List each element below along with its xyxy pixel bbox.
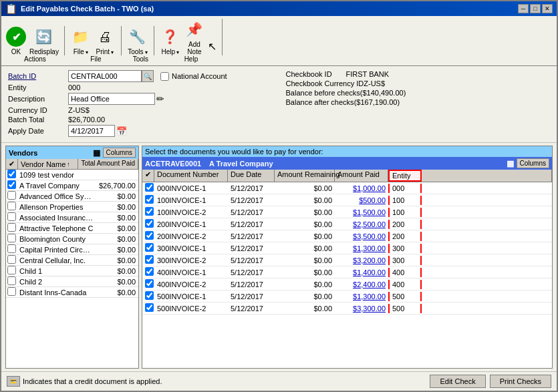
doc-list-item[interactable]: 500INVOICE-2 5/12/2017 $0.00 $3,300.00 5…: [142, 303, 552, 315]
add-note-button[interactable]: 📌 AddNote: [184, 19, 205, 55]
checkbook-id-value: FIRST BANK: [346, 70, 413, 78]
doc-panel-header-text: Select the documents you would like to p…: [145, 148, 323, 156]
amt-paid-cell[interactable]: $3,300.00: [335, 304, 388, 313]
vendor-list-item[interactable]: A Travel Company $26,700.00: [6, 180, 138, 191]
vendor-name-cell: Attractive Telephone C: [18, 224, 95, 233]
doc-list-item[interactable]: 100INVOICE-1 5/12/2017 $0.00 $500.00 100: [142, 194, 552, 206]
apply-date-label: Apply Date: [8, 127, 68, 135]
apply-date-input[interactable]: [68, 125, 115, 137]
vendor-checkbox[interactable]: [6, 202, 18, 212]
vendor-checkbox[interactable]: [6, 287, 18, 297]
vendor-list-item[interactable]: 1099 test vendor: [6, 170, 138, 180]
amt-paid-cell[interactable]: $1,500.00: [335, 208, 388, 217]
vendor-list-item[interactable]: Attractive Telephone C $0.00: [6, 223, 138, 234]
vendor-name-cell: Child 2: [18, 277, 95, 286]
redisplay-button[interactable]: 🔄 Redisplay: [29, 26, 59, 55]
vendor-checkbox[interactable]: [6, 266, 18, 276]
entity-cell: 300: [388, 244, 422, 253]
doc-checkbox[interactable]: [142, 266, 154, 278]
doc-list-item[interactable]: 300INVOICE-1 5/12/2017 $0.00 $1,300.00 3…: [142, 242, 552, 254]
currency-id-label: Currency ID: [8, 106, 68, 114]
vendor-name-cell: Child 1: [18, 266, 95, 276]
print-button[interactable]: 🖨 Print: [94, 26, 116, 55]
doc-checkbox[interactable]: [142, 303, 154, 314]
doc-list-item[interactable]: 000INVOICE-1 5/12/2017 $0.00 $1,000.00 0…: [142, 182, 552, 194]
toolbar: ✔ OK 🔄 Redisplay Actions 📁 File 🖨 Print: [1, 16, 557, 66]
print-checks-button[interactable]: Print Checks: [490, 375, 551, 388]
vendor-checkbox[interactable]: [6, 191, 18, 201]
vendor-amount-cell: $0.00: [95, 224, 138, 233]
vendor-panel-title: Vendors: [9, 149, 37, 157]
vendor-columns-button[interactable]: Columns: [103, 148, 136, 158]
ok-button[interactable]: ✔ OK: [5, 26, 27, 55]
doc-list-item[interactable]: 100INVOICE-2 5/12/2017 $0.00 $1,500.00 1…: [142, 206, 552, 218]
amt-paid-cell[interactable]: $1,400.00: [335, 268, 388, 277]
maximize-button[interactable]: □: [530, 4, 541, 13]
vendor-list-item[interactable]: Distant Inns-Canada $0.00: [6, 287, 138, 298]
batch-id-label[interactable]: Batch ID: [8, 72, 68, 80]
doc-list-item[interactable]: 400INVOICE-1 5/12/2017 $0.00 $1,400.00 4…: [142, 266, 552, 278]
amt-paid-cell[interactable]: $1,300.00: [335, 244, 388, 253]
doc-subheader: ACETRAVE0001 A Travel Company ▦ Columns: [142, 157, 552, 170]
vendor-list-item[interactable]: Advanced Office Syste $0.00: [6, 191, 138, 202]
amt-paid-cell[interactable]: $2,400.00: [335, 280, 388, 289]
doc-checkbox[interactable]: [142, 206, 154, 218]
description-input[interactable]: [68, 93, 155, 105]
amt-paid-cell[interactable]: $1,300.00: [335, 292, 388, 301]
doc-checkbox[interactable]: [142, 242, 154, 254]
close-button[interactable]: ✕: [542, 4, 553, 13]
vendor-checkbox[interactable]: [6, 276, 18, 286]
amt-paid-col-header: Amount Paid: [335, 170, 388, 182]
doc-row-spacer: [422, 212, 552, 213]
doc-list-item[interactable]: 300INVOICE-2 5/12/2017 $0.00 $3,200.00 3…: [142, 254, 552, 266]
doc-checkbox[interactable]: [142, 254, 154, 266]
vendor-list-item[interactable]: Central Cellular, Inc. $0.00: [6, 255, 138, 266]
doc-columns-button[interactable]: Columns: [517, 158, 549, 168]
vendor-checkbox[interactable]: [6, 244, 18, 254]
vendor-checkbox[interactable]: [6, 170, 18, 180]
minimize-button[interactable]: ─: [518, 4, 529, 13]
vendor-id-display: ACETRAVE0001: [145, 160, 201, 168]
tools-button[interactable]: 🔧 Tools: [127, 26, 148, 55]
amt-remaining-cell: $0.00: [275, 208, 335, 217]
vendor-list-item[interactable]: Bloomington County $0.00: [6, 234, 138, 244]
doc-checkbox[interactable]: [142, 278, 154, 290]
doc-list-item[interactable]: 400INVOICE-2 5/12/2017 $0.00 $2,400.00 4…: [142, 278, 552, 290]
vendor-checkbox[interactable]: [6, 255, 18, 265]
doc-checkbox[interactable]: [142, 230, 154, 242]
pencil-icon: ✏: [156, 93, 164, 104]
currency-row: Currency ID Z-US$: [8, 106, 273, 114]
amt-paid-cell[interactable]: $3,500.00: [335, 232, 388, 241]
vendor-list-item[interactable]: Capital Printed Circuits $0.00: [6, 244, 138, 255]
vendor-list-item[interactable]: Associated Insurance In $0.00: [6, 212, 138, 223]
doc-list-item[interactable]: 200INVOICE-1 5/12/2017 $0.00 $2,500.00 2…: [142, 218, 552, 230]
national-account-checkbox[interactable]: [160, 72, 169, 81]
doc-checkbox[interactable]: [142, 182, 154, 194]
doc-checkbox[interactable]: [142, 218, 154, 230]
amt-paid-cell[interactable]: $2,500.00: [335, 220, 388, 229]
doc-row-spacer: [422, 272, 552, 273]
vendor-checkbox[interactable]: [6, 223, 18, 233]
amt-paid-cell[interactable]: $3,200.00: [335, 256, 388, 265]
doc-checkbox[interactable]: [142, 194, 154, 206]
batch-id-search-button[interactable]: 🔍: [142, 70, 154, 82]
vendor-checkbox[interactable]: [6, 234, 18, 244]
vendor-checkbox[interactable]: [6, 212, 18, 222]
entity-cell: 300: [388, 256, 422, 265]
calendar-icon[interactable]: 📅: [116, 126, 127, 136]
vendor-checkbox[interactable]: [6, 180, 18, 190]
doc-list-item[interactable]: 200INVOICE-2 5/12/2017 $0.00 $3,500.00 2…: [142, 230, 552, 242]
vendor-list-item[interactable]: Child 1 $0.00: [6, 266, 138, 276]
vendor-list-item[interactable]: Child 2 $0.00: [6, 276, 138, 287]
amt-paid-cell[interactable]: $500.00: [335, 196, 388, 205]
amt-paid-cell[interactable]: $1,000.00: [335, 184, 388, 193]
vendor-name-col-header: Vendor Name ↑: [18, 159, 78, 169]
edit-check-button[interactable]: Edit Check: [430, 375, 485, 388]
file-button[interactable]: 📁 File: [70, 26, 92, 55]
doc-checkbox[interactable]: [142, 290, 154, 302]
vendor-amount-cell: $0.00: [95, 277, 138, 286]
batch-id-input[interactable]: [68, 70, 142, 82]
vendor-list-item[interactable]: Allenson Properties $0.00: [6, 202, 138, 212]
help-button[interactable]: ❓ Help: [160, 26, 181, 55]
doc-list-item[interactable]: 500INVOICE-1 5/12/2017 $0.00 $1,300.00 5…: [142, 290, 552, 303]
